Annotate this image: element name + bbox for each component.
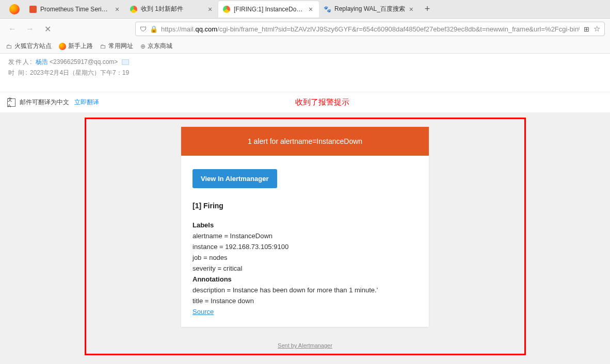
translate-bar: 文A 邮件可翻译为中文 立即翻译 收到了报警提示 bbox=[0, 92, 610, 112]
mail-header: 发件人: 杨浩 <2396625917@qq.com> 时 间: 2023年2月… bbox=[0, 54, 610, 92]
sender-row: 发件人: 杨浩 <2396625917@qq.com> bbox=[8, 58, 602, 67]
qq-mail-icon bbox=[222, 5, 231, 13]
close-icon[interactable]: × bbox=[307, 5, 315, 13]
alert-footer-link[interactable]: Sent by Alertmanager bbox=[86, 337, 524, 354]
translate-link[interactable]: 立即翻译 bbox=[74, 98, 99, 107]
translate-icon: 文A bbox=[7, 98, 15, 107]
tab-title: [FIRING:1] InstanceDown (19 bbox=[234, 6, 304, 13]
close-icon[interactable]: × bbox=[113, 5, 121, 13]
annotation-description: description = Instance has been down for… bbox=[192, 286, 418, 294]
tab-title: 收到 1封新邮件 bbox=[141, 5, 204, 13]
label-job: job = nodes bbox=[192, 254, 418, 261]
firing-heading: [1] Firing bbox=[192, 202, 418, 210]
alert-header: 1 alert for alertname=InstanceDown bbox=[181, 127, 429, 156]
mail-content: 1 alert for alertname=InstanceDown View … bbox=[0, 112, 610, 364]
bookmark-label: 京东商城 bbox=[148, 42, 172, 51]
baidu-icon: 🐾 bbox=[323, 5, 331, 13]
sender-label: 发件人: bbox=[8, 58, 33, 65]
annotation-border: 1 alert for alertname=InstanceDown View … bbox=[85, 118, 526, 355]
bookmark-firefox-official[interactable]: 🗀 火狐官方站点 bbox=[6, 42, 52, 51]
close-icon[interactable]: × bbox=[206, 5, 214, 13]
contact-card-icon[interactable] bbox=[122, 59, 129, 65]
time-value: 2023年2月4日（星期六）下午7：19 bbox=[30, 69, 129, 76]
source-link[interactable]: Source bbox=[192, 308, 214, 316]
bookmark-label: 火狐官方站点 bbox=[14, 42, 52, 51]
firefox-icon bbox=[9, 4, 20, 14]
bookmark-label: 新手上路 bbox=[68, 42, 93, 51]
sender-name[interactable]: 杨浩 bbox=[36, 58, 48, 65]
annotation-text: 收到了报警提示 bbox=[295, 97, 349, 107]
folder-icon: 🗀 bbox=[100, 43, 106, 50]
time-row: 时 间: 2023年2月4日（星期六）下午7：19 bbox=[8, 69, 602, 77]
tab-baidu-search[interactable]: 🐾 Replaying WAL_百度搜索 × bbox=[319, 1, 420, 18]
forward-button[interactable]: → bbox=[23, 22, 37, 36]
lock-icon: 🔒 bbox=[150, 25, 158, 33]
url-domain: qq.com bbox=[195, 25, 217, 33]
bookmarks-bar: 🗀 火狐官方站点 新手上路 🗀 常用网址 ⊕ 京东商城 bbox=[0, 39, 610, 54]
url-prefix: https://mail. bbox=[161, 25, 195, 33]
tab-bar: Prometheus Time Series Colle × 收到 1封新邮件 … bbox=[0, 0, 610, 19]
recipient-row bbox=[8, 79, 602, 87]
view-alertmanager-button[interactable]: View In Alertmanager bbox=[192, 169, 277, 188]
url-actions: ⊞ ☆ bbox=[584, 24, 600, 34]
tab-inbox[interactable]: 收到 1封新邮件 × bbox=[125, 1, 218, 18]
url-path: /cgi-bin/frame_html?sid=bZAVzlVJ9Szy6GYF… bbox=[217, 25, 580, 33]
annotation-title: title = Instance down bbox=[192, 297, 418, 305]
firefox-logo bbox=[4, 4, 25, 14]
firefox-icon bbox=[59, 43, 66, 50]
label-alertname: alertname = InstanceDown bbox=[192, 232, 418, 240]
label-severity: severity = critical bbox=[192, 264, 418, 272]
qq-mail-icon bbox=[130, 5, 138, 13]
close-icon[interactable]: × bbox=[407, 5, 415, 13]
shield-icon: 🛡 bbox=[140, 25, 147, 33]
tab-prometheus[interactable]: Prometheus Time Series Colle × bbox=[25, 1, 125, 18]
folder-icon: 🗀 bbox=[6, 43, 12, 50]
time-label: 时 间: bbox=[8, 69, 28, 76]
alert-card: 1 alert for alertname=InstanceDown View … bbox=[181, 127, 429, 327]
tab-title: Prometheus Time Series Colle bbox=[40, 6, 111, 13]
url-text: https://mail.qq.com/cgi-bin/frame_html?s… bbox=[161, 25, 580, 33]
globe-icon: ⊕ bbox=[140, 43, 146, 50]
labels-heading: Labels bbox=[192, 221, 418, 229]
back-button[interactable]: ← bbox=[5, 22, 20, 36]
translate-text: 邮件可翻译为中文 bbox=[20, 98, 69, 107]
tab-firing-alert[interactable]: [FIRING:1] InstanceDown (19 × bbox=[218, 1, 319, 18]
sender-email: <2396625917@qq.com> bbox=[50, 58, 118, 65]
bookmark-star-icon[interactable]: ☆ bbox=[593, 24, 600, 34]
annotations-heading: Annotations bbox=[192, 275, 418, 283]
stop-button[interactable]: ✕ bbox=[40, 22, 55, 36]
bookmark-common-sites[interactable]: 🗀 常用网址 bbox=[100, 42, 133, 51]
url-input[interactable]: 🛡 🔒 https://mail.qq.com/cgi-bin/frame_ht… bbox=[135, 22, 605, 36]
bookmark-jd[interactable]: ⊕ 京东商城 bbox=[140, 42, 172, 51]
alert-body: View In Alertmanager [1] Firing Labels a… bbox=[181, 156, 429, 327]
bookmark-getting-started[interactable]: 新手上路 bbox=[59, 42, 93, 51]
qr-icon[interactable]: ⊞ bbox=[584, 25, 589, 33]
label-instance: instance = 192.168.73.105:9100 bbox=[192, 243, 418, 251]
new-tab-button[interactable]: + bbox=[420, 2, 435, 17]
tab-title: Replaying WAL_百度搜索 bbox=[334, 5, 405, 13]
address-bar: ← → ✕ 🛡 🔒 https://mail.qq.com/cgi-bin/fr… bbox=[0, 19, 610, 39]
bookmark-label: 常用网址 bbox=[108, 42, 133, 51]
prometheus-icon bbox=[29, 5, 37, 13]
